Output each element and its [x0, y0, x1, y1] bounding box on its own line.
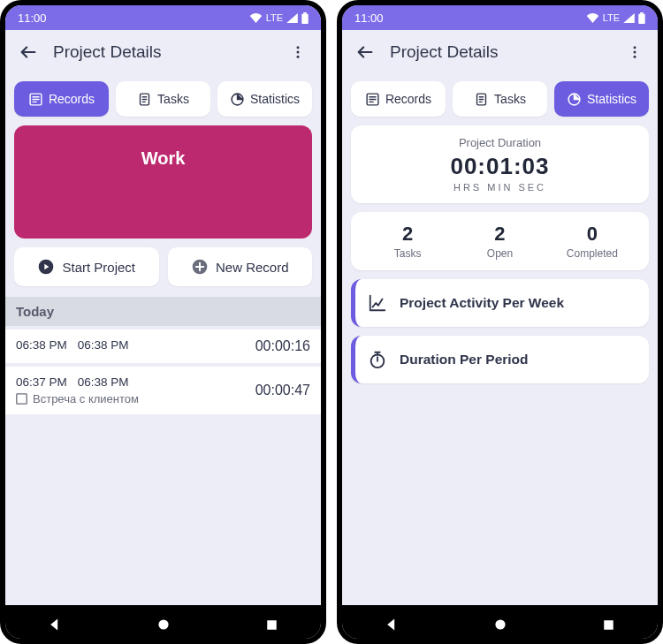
project-name: Work	[141, 148, 186, 169]
record-end: 06:38 PM	[78, 375, 129, 389]
activity-per-week-link[interactable]: Project Activity Per Week	[351, 279, 649, 327]
record-end: 06:38 PM	[78, 338, 129, 352]
count-completed: 0 Completed	[546, 223, 638, 260]
record-duration: 00:00:47	[255, 383, 310, 398]
record-start: 06:38 PM	[16, 338, 67, 352]
tab-tasks-label: Tasks	[494, 92, 526, 106]
count-value: 0	[546, 223, 638, 246]
counts-card: 2 Tasks 2 Open 0 Completed	[351, 212, 649, 270]
back-button[interactable]	[351, 38, 379, 66]
nav-back-icon[interactable]	[48, 617, 62, 632]
clock-text: 11:00	[354, 11, 384, 25]
page-title: Project Details	[390, 42, 621, 62]
tab-records-label: Records	[49, 92, 95, 106]
svg-point-22	[495, 619, 505, 629]
tasks-icon	[137, 92, 152, 107]
svg-rect-1	[303, 12, 307, 14]
tab-records-label: Records	[385, 92, 431, 106]
today-header: Today	[5, 297, 321, 326]
tab-records[interactable]: Records	[351, 81, 446, 117]
svg-point-15	[634, 46, 636, 49]
svg-rect-0	[301, 13, 308, 23]
page-title: Project Details	[53, 42, 284, 62]
record-item[interactable]: 06:38 PM 06:38 PM 00:00:16	[5, 330, 321, 363]
tab-statistics[interactable]: Statistics	[217, 81, 312, 117]
button-row: Start Project New Record	[14, 247, 312, 286]
svg-rect-14	[640, 12, 644, 14]
phone-right: 11:00 LTE Project Details Records	[337, 0, 663, 644]
tasks-icon	[474, 92, 489, 107]
duration-value: 00:01:03	[362, 153, 638, 180]
count-value: 2	[453, 223, 545, 246]
start-project-label: Start Project	[62, 260, 135, 275]
record-task-name: Встреча с клиентом	[33, 392, 139, 405]
svg-point-3	[297, 51, 300, 54]
count-open: 2 Open	[453, 223, 545, 260]
svg-point-11	[158, 619, 168, 629]
nav-home-icon[interactable]	[156, 617, 171, 632]
svg-rect-12	[268, 620, 278, 630]
duration-per-period-link[interactable]: Duration Per Period	[351, 336, 649, 383]
nav-back-icon[interactable]	[385, 617, 399, 632]
count-label: Tasks	[362, 247, 453, 260]
status-bar: 11:00 LTE	[5, 5, 321, 30]
content-left: Records Tasks Statistics Work Start Proj…	[5, 74, 321, 605]
network-text: LTE	[603, 12, 620, 23]
count-label: Completed	[546, 247, 638, 260]
count-value: 2	[362, 223, 453, 246]
phone-left: 11:00 LTE Project Details Records	[0, 0, 326, 644]
chart-icon	[368, 293, 387, 313]
status-icons: LTE	[249, 12, 309, 24]
tabs: Records Tasks Statistics	[14, 81, 312, 117]
wifi-icon	[586, 13, 599, 23]
record-duration: 00:00:16	[255, 338, 310, 354]
duration-card: Project Duration 00:01:03 HRS MIN SEC	[351, 125, 649, 203]
overflow-menu-button[interactable]	[621, 38, 649, 66]
screen-right: 11:00 LTE Project Details Records	[342, 5, 658, 639]
record-start: 06:37 PM	[16, 375, 67, 389]
start-project-button[interactable]: Start Project	[14, 247, 159, 286]
signal-icon	[623, 13, 635, 23]
count-tasks: 2 Tasks	[362, 223, 453, 260]
nav-recent-icon[interactable]	[602, 618, 615, 632]
nav-recent-icon[interactable]	[265, 618, 278, 632]
play-icon	[37, 258, 55, 276]
svg-point-17	[634, 56, 636, 58]
duration-label: Project Duration	[362, 136, 638, 149]
records-icon	[28, 92, 43, 107]
project-card[interactable]: Work	[14, 125, 312, 239]
tab-statistics-label: Statistics	[250, 92, 300, 106]
checkbox-empty-icon	[16, 393, 27, 405]
network-text: LTE	[266, 12, 283, 23]
records-icon	[365, 92, 380, 107]
battery-icon	[638, 12, 645, 24]
plus-icon	[191, 258, 209, 276]
status-bar: 11:00 LTE	[342, 5, 658, 30]
duration-link-label: Duration Per Period	[400, 352, 529, 367]
activity-link-label: Project Activity Per Week	[400, 295, 564, 311]
nav-home-icon[interactable]	[493, 617, 507, 632]
android-navbar	[342, 605, 658, 639]
tab-statistics-label: Statistics	[587, 92, 636, 106]
record-item[interactable]: 06:37 PM 06:38 PM Встреча с клиентом 00:…	[5, 367, 321, 414]
android-navbar	[5, 605, 321, 639]
tab-tasks[interactable]: Tasks	[116, 81, 210, 117]
tab-statistics[interactable]: Statistics	[554, 81, 649, 117]
statistics-icon	[567, 92, 582, 107]
stopwatch-icon	[368, 350, 387, 369]
tab-records[interactable]: Records	[14, 81, 109, 117]
tabs: Records Tasks Statistics	[351, 81, 649, 117]
tab-tasks-label: Tasks	[157, 92, 189, 106]
svg-point-2	[297, 46, 300, 49]
new-record-button[interactable]: New Record	[168, 247, 313, 286]
screen-left: 11:00 LTE Project Details Records	[5, 5, 321, 639]
overflow-menu-button[interactable]	[284, 38, 312, 66]
tab-tasks[interactable]: Tasks	[453, 81, 547, 117]
count-label: Open	[453, 247, 545, 260]
svg-point-16	[634, 51, 636, 54]
back-button[interactable]	[14, 38, 42, 66]
duration-units: HRS MIN SEC	[362, 182, 638, 193]
app-bar: Project Details	[342, 30, 658, 74]
signal-icon	[286, 13, 298, 23]
svg-point-4	[297, 56, 300, 58]
